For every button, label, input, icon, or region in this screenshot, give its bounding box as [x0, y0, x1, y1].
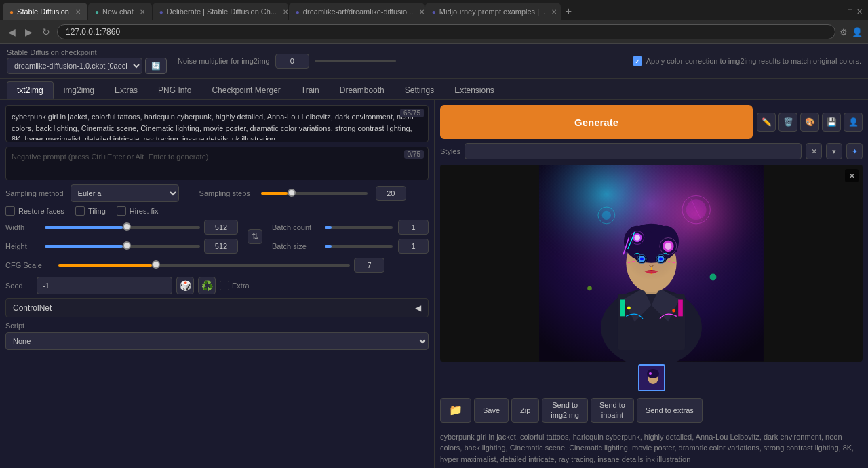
app-body: Stable Diffusion checkpoint dreamlike-di… [0, 44, 868, 468]
edit-icon-btn[interactable]: ✏️ [757, 113, 776, 132]
styles-dropdown-btn[interactable]: ▾ [826, 143, 842, 159]
restore-faces-label: Restore faces [18, 207, 64, 215]
seed-reset-btn[interactable]: 🎲 [176, 277, 194, 294]
sampling-method-select[interactable]: Euler a [71, 184, 179, 202]
zip-label: Zip [520, 406, 530, 414]
svg-point-36 [710, 273, 717, 280]
close-window-btn[interactable]: ✕ [856, 7, 863, 16]
batch-count-slider[interactable] [325, 226, 393, 229]
styles-input[interactable] [465, 143, 802, 159]
refresh-btn[interactable]: ↻ [39, 25, 53, 39]
extra-label-text: Extra [232, 281, 250, 290]
checkboxes-row: Restore faces Tiling Hires. fix [5, 206, 429, 216]
batch-size-slider[interactable] [325, 245, 393, 248]
palette-icon-btn[interactable]: 🎨 [800, 113, 819, 132]
controlnet-collapse-icon: ◀ [415, 303, 421, 313]
steps-value-input[interactable] [376, 186, 406, 201]
address-input[interactable] [57, 24, 835, 39]
tab-new-chat[interactable]: ● New chat ✕ [88, 3, 152, 20]
seed-label: Seed [5, 281, 33, 290]
profile-icon[interactable]: 👤 [852, 27, 863, 37]
height-slider-fill [45, 245, 123, 248]
noise-value-input[interactable] [275, 54, 309, 69]
cfg-slider[interactable] [58, 264, 350, 267]
extensions-icon[interactable]: ⚙ [840, 27, 848, 37]
noise-slider-track[interactable] [315, 60, 396, 62]
cfg-fill [58, 264, 152, 267]
swap-dimensions-btn[interactable]: ⇅ [248, 229, 262, 244]
positive-prompt-input[interactable]: cyberpunk girl in jacket, colorful tatto… [6, 106, 428, 140]
tab-extras[interactable]: Extras [104, 81, 148, 99]
seed-input[interactable] [37, 277, 172, 294]
hires-fix-label: Hires. fix [130, 207, 159, 215]
batch-count-fill [325, 226, 332, 229]
color-correction-checkbox[interactable]: ✓ [633, 56, 642, 66]
load-checkpoint-btn[interactable]: 🔄 [145, 58, 167, 74]
user-icon-btn[interactable]: 👤 [844, 113, 863, 132]
extra-checkbox-label[interactable]: Extra [220, 281, 250, 290]
right-panel: Generate ✏️ 🗑️ 🎨 💾 👤 Styles ✕ ▾ ✦ [434, 100, 868, 468]
styles-label: Styles [440, 147, 460, 155]
minimize-btn[interactable]: ─ [839, 7, 844, 16]
steps-slider[interactable] [261, 192, 368, 195]
seed-recycle-btn[interactable]: ♻️ [198, 277, 216, 294]
tab-dreambooth[interactable]: Dreambooth [330, 81, 395, 99]
new-tab-btn[interactable]: + [561, 5, 576, 18]
batch-count-input[interactable] [398, 220, 429, 235]
checkpoint-select[interactable]: dreamlike-diffusion-1.0.ckpt [0aecbcfa2c… [7, 58, 142, 74]
tab-close-btn[interactable]: ✕ [140, 8, 145, 16]
send-to-img2img-btn[interactable]: Send toimg2img [542, 398, 588, 423]
maximize-btn[interactable]: □ [848, 7, 852, 16]
save-icon-btn[interactable]: 💾 [822, 113, 841, 132]
script-label: Script [5, 321, 429, 330]
trash-icon-btn[interactable]: 🗑️ [778, 113, 797, 132]
send-to-extras-btn[interactable]: Send to extras [637, 398, 703, 423]
svg-point-27 [659, 257, 663, 260]
close-image-btn[interactable]: ✕ [845, 169, 859, 182]
tab-close-btn[interactable]: ✕ [75, 8, 81, 16]
height-slider-thumb [123, 241, 131, 250]
tab-close-btn[interactable]: ✕ [283, 8, 288, 16]
cfg-value-input[interactable] [354, 258, 384, 273]
tab-checkpoint-merger[interactable]: Checkpoint Merger [201, 81, 290, 99]
tab-close-btn[interactable]: ✕ [551, 8, 557, 16]
tab-img2img[interactable]: img2img [54, 81, 104, 99]
restore-faces-checkbox[interactable]: Restore faces [5, 206, 64, 216]
back-btn[interactable]: ◀ [5, 25, 18, 39]
zip-btn[interactable]: Zip [511, 398, 539, 423]
tab-png-info[interactable]: PNG Info [148, 81, 201, 99]
tab-txt2img[interactable]: txt2img [7, 81, 54, 99]
tiling-checkbox[interactable]: Tiling [75, 206, 106, 216]
tab-train[interactable]: Train [291, 81, 330, 99]
tab-midjourney[interactable]: ● Midjourney prompt examples |... ✕ [425, 3, 561, 20]
main-nav-tabs: txt2img img2img Extras PNG Info Checkpoi… [0, 79, 868, 100]
thumbnail-1[interactable] [638, 364, 665, 391]
script-select[interactable]: None [5, 332, 429, 350]
forward-btn[interactable]: ▶ [22, 25, 35, 39]
batch-col: Batch count Batch size [272, 220, 429, 254]
tab-close-btn[interactable]: ✕ [419, 8, 425, 16]
height-slider[interactable] [45, 245, 200, 248]
width-slider[interactable] [45, 226, 200, 229]
caption-text: cyberpunk girl in jacket, colorful tatto… [440, 433, 854, 463]
color-correction: ✓ Apply color correction to img2img resu… [633, 56, 861, 66]
controlnet-bar[interactable]: ControlNet ◀ [5, 298, 429, 317]
hires-fix-checkbox[interactable]: Hires. fix [117, 206, 159, 216]
svg-point-35 [602, 211, 611, 220]
seed-row: Seed 🎲 ♻️ Extra [5, 277, 429, 294]
tab-dreamlike[interactable]: ● dreamlike-art/dreamlike-diffusio... ✕ [289, 3, 425, 20]
send-to-inpaint-btn[interactable]: Send toinpaint [591, 398, 634, 423]
height-value-input[interactable] [204, 239, 238, 254]
width-value-input[interactable] [204, 220, 238, 235]
tab-extensions[interactable]: Extensions [444, 81, 505, 99]
styles-add-btn[interactable]: ✦ [846, 143, 863, 159]
batch-size-input[interactable] [398, 239, 429, 254]
tab-deliberate[interactable]: ● Deliberate | Stable Diffusion Ch... ✕ [153, 3, 288, 20]
save-btn[interactable]: Save [474, 398, 509, 423]
folder-btn[interactable]: 📁 [440, 398, 471, 423]
negative-prompt-container: Negative prompt (press Ctrl+Enter or Alt… [5, 147, 429, 180]
styles-clear-btn[interactable]: ✕ [806, 143, 822, 159]
tab-stable-diffusion[interactable]: ● Stable Diffusion ✕ [3, 3, 87, 20]
generate-btn[interactable]: Generate [440, 105, 753, 139]
tab-settings[interactable]: Settings [395, 81, 444, 99]
